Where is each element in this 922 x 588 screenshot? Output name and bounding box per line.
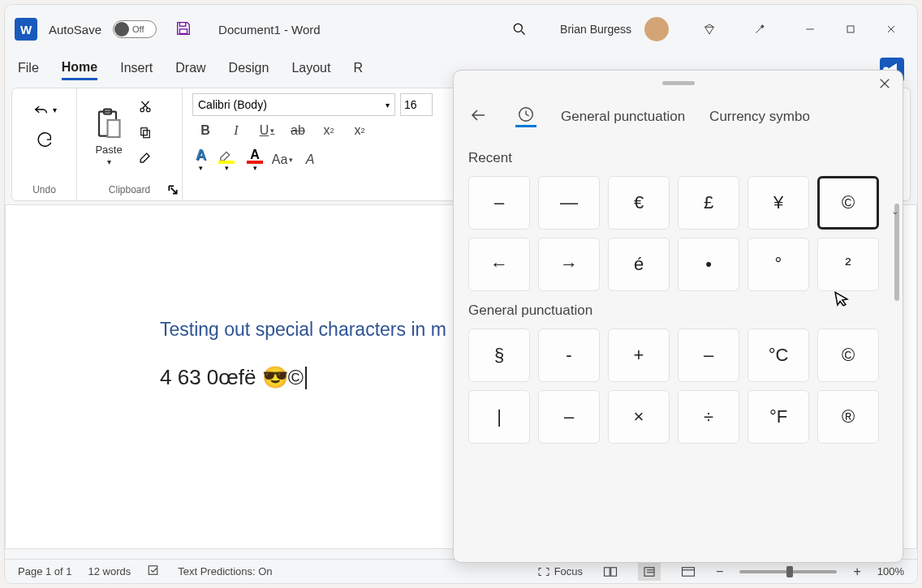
svg-rect-17	[141, 128, 148, 135]
symbol-registered[interactable]: ®	[817, 390, 879, 444]
tab-layout[interactable]: Layout	[291, 61, 330, 79]
spellcheck-icon[interactable]	[147, 564, 162, 579]
tab-design[interactable]: Design	[229, 61, 269, 79]
popup-drag-area[interactable]	[454, 71, 903, 95]
svg-point-2	[514, 24, 522, 32]
popup-scroll-down[interactable]: ˇ	[888, 210, 903, 226]
save-icon[interactable]	[174, 19, 194, 39]
autosave-toggle[interactable]: Off	[113, 20, 157, 38]
recent-tab[interactable]	[515, 106, 536, 127]
zoom-out-button[interactable]: −	[716, 564, 723, 579]
symbol-pound[interactable]: £	[678, 176, 739, 230]
symbol-bullet[interactable]: •	[678, 238, 739, 291]
symbol-right-arrow[interactable]: →	[538, 238, 600, 291]
read-mode-button[interactable]	[599, 563, 622, 581]
zoom-in-button[interactable]: +	[853, 564, 860, 579]
svg-rect-20	[149, 566, 158, 575]
subscript-button[interactable]: x2	[321, 122, 337, 139]
svg-rect-1	[179, 29, 187, 33]
web-layout-button[interactable]	[677, 563, 700, 581]
minimize-button[interactable]	[794, 16, 826, 42]
symbol-plus[interactable]: +	[608, 328, 670, 382]
symbol-copyright2[interactable]: ©	[817, 328, 879, 382]
symbol-yen[interactable]: ¥	[748, 176, 809, 230]
clipboard-group: Paste ▾ Clipboard	[77, 88, 183, 200]
paste-button[interactable]: Paste ▾	[87, 93, 131, 181]
word-count[interactable]: 12 words	[88, 565, 131, 577]
popup-close-button[interactable]	[877, 75, 893, 92]
symbol-dash[interactable]: –	[678, 328, 739, 382]
symbol-euro[interactable]: €	[608, 176, 670, 230]
text-effects-button[interactable]: A ▾	[196, 147, 206, 172]
general-punctuation-tab[interactable]: General punctuation	[561, 109, 685, 125]
cut-button[interactable]	[136, 97, 155, 116]
wand-icon[interactable]	[743, 16, 776, 42]
toggle-knob	[114, 22, 129, 36]
font-size-combo[interactable]: 16	[400, 93, 433, 116]
symbol-pipe[interactable]: |	[468, 390, 530, 444]
close-button[interactable]	[875, 16, 907, 42]
change-case-button[interactable]: Aa▾	[274, 152, 291, 168]
undo-button[interactable]: ▾	[28, 98, 61, 121]
svg-rect-12	[108, 120, 120, 137]
title-bar: W AutoSave Off Document1 - Word Brian Bu…	[5, 5, 917, 54]
svg-line-15	[143, 101, 149, 108]
bold-button[interactable]: B	[197, 122, 213, 139]
general-section-label: General punctuation	[468, 303, 888, 319]
maximize-button[interactable]	[834, 16, 867, 42]
page-status[interactable]: Page 1 of 1	[18, 565, 72, 577]
tab-insert[interactable]: Insert	[120, 61, 153, 79]
symbol-section[interactable]: §	[468, 328, 530, 382]
text-predictions[interactable]: Text Predictions: On	[178, 565, 272, 577]
premium-icon[interactable]	[693, 16, 726, 42]
symbol-multiply[interactable]: ×	[608, 390, 670, 444]
copy-button[interactable]	[136, 122, 155, 142]
focus-mode-button[interactable]: Focus	[536, 565, 583, 578]
font-color-button[interactable]: A ▾	[247, 148, 263, 172]
document-title: Document1 - Word	[218, 23, 321, 36]
clipboard-launcher[interactable]	[167, 184, 179, 195]
format-painter-button[interactable]	[136, 148, 155, 168]
superscript-button[interactable]: x2	[351, 122, 368, 139]
redo-button[interactable]	[28, 129, 61, 152]
clear-format-button[interactable]: A	[302, 152, 318, 168]
search-icon[interactable]	[511, 21, 528, 37]
symbol-celsius[interactable]: °C	[748, 328, 809, 382]
symbol-emdash[interactable]: —	[538, 176, 600, 230]
symbol-super2[interactable]: ²	[817, 238, 879, 291]
svg-rect-6	[847, 26, 854, 32]
strike-button[interactable]: ab	[290, 122, 306, 139]
svg-rect-18	[144, 131, 150, 138]
back-button[interactable]	[468, 105, 491, 128]
symbol-endash[interactable]: –	[468, 176, 530, 230]
highlight-button[interactable]: ▾	[218, 148, 235, 172]
symbol-degree[interactable]: °	[748, 238, 809, 291]
italic-button[interactable]: I	[228, 122, 244, 139]
currency-symbols-tab[interactable]: Currency symbo	[709, 109, 810, 125]
svg-rect-23	[644, 567, 654, 576]
symbol-dash2[interactable]: –	[538, 390, 600, 444]
zoom-slider[interactable]	[739, 570, 837, 573]
tab-file[interactable]: File	[18, 61, 39, 79]
font-name-combo[interactable]: Calibri (Body) ▾	[192, 93, 395, 116]
recent-grid: – — € £ ¥ © ← → é • ° ²	[468, 176, 888, 291]
svg-line-3	[522, 32, 525, 35]
undo-group-label: Undo	[22, 181, 67, 195]
avatar[interactable]	[644, 17, 669, 41]
symbol-divide[interactable]: ÷	[678, 390, 739, 444]
symbols-popup: General punctuation Currency symbo Recen…	[453, 70, 903, 563]
symbol-left-arrow[interactable]: ←	[468, 238, 530, 291]
symbol-hyphen[interactable]: -	[538, 328, 600, 382]
zoom-level[interactable]: 100%	[877, 565, 904, 577]
drag-handle-icon	[662, 81, 695, 85]
symbol-fahrenheit[interactable]: °F	[748, 390, 809, 444]
tab-references[interactable]: R	[353, 61, 363, 79]
underline-button[interactable]: U▾	[259, 122, 275, 139]
symbol-e-acute[interactable]: é	[608, 238, 670, 291]
undo-group: ▾ Undo	[12, 88, 77, 200]
symbol-copyright[interactable]: ©	[817, 176, 879, 230]
word-icon: W	[15, 18, 37, 41]
tab-draw[interactable]: Draw	[175, 61, 205, 79]
tab-home[interactable]: Home	[62, 60, 97, 80]
print-layout-button[interactable]	[638, 563, 661, 581]
